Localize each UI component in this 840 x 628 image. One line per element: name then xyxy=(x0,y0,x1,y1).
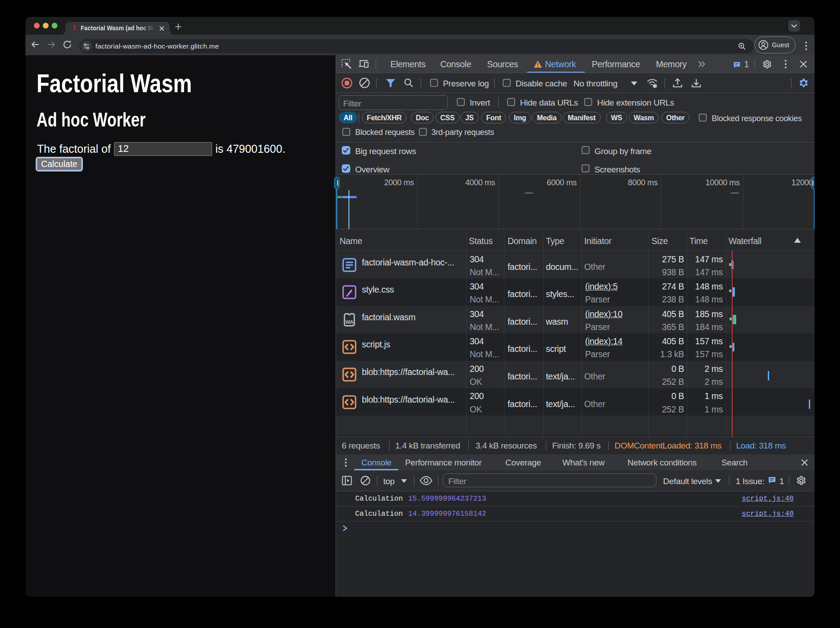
svg-text:WA: WA xyxy=(345,319,353,325)
